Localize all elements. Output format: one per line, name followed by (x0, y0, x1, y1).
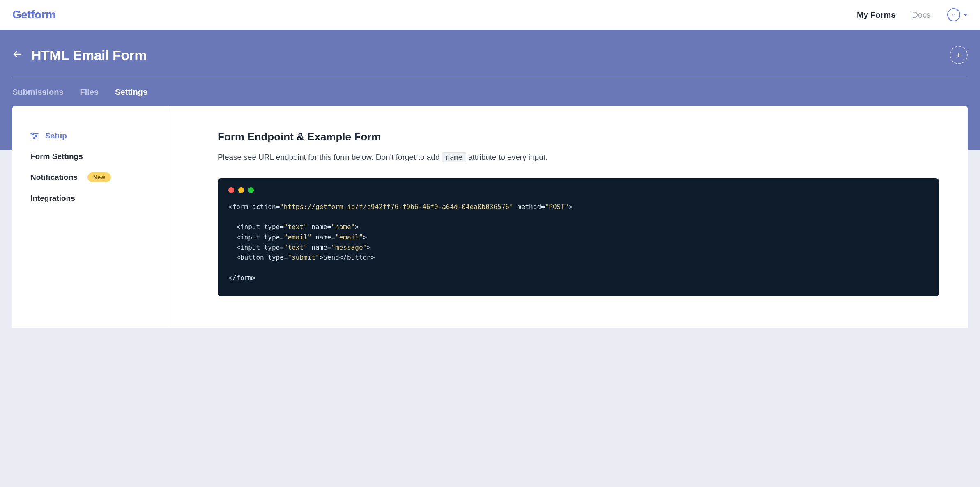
top-nav: My Forms Docs (857, 8, 968, 21)
inline-code-name: name (442, 152, 466, 162)
sidebar-item-integrations[interactable]: Integrations (30, 188, 150, 209)
brand-logo[interactable]: Getform (12, 8, 55, 21)
code-snippet: <form action="https://getform.io/f/c942f… (228, 202, 928, 283)
sliders-icon (30, 132, 39, 140)
minimize-dot-icon (238, 187, 244, 193)
nav-my-forms[interactable]: My Forms (857, 10, 895, 20)
tabs: Submissions Files Settings (12, 78, 968, 106)
maximize-dot-icon (248, 187, 254, 193)
new-badge: New (87, 172, 111, 182)
sidebar-item-setup[interactable]: Setup (30, 126, 150, 146)
code-example-box: <form action="https://getform.io/f/c942f… (218, 178, 939, 296)
svg-point-1 (955, 14, 955, 14)
top-bar: Getform My Forms Docs (0, 0, 980, 30)
settings-sidebar: Setup Form Settings Notifications New In… (12, 106, 168, 328)
tab-submissions[interactable]: Submissions (12, 87, 63, 97)
sidebar-item-label: Integrations (30, 194, 75, 203)
tab-settings[interactable]: Settings (115, 87, 147, 97)
user-menu[interactable] (947, 8, 968, 21)
svg-point-0 (952, 14, 953, 14)
nav-docs[interactable]: Docs (912, 10, 931, 20)
sidebar-item-label: Setup (45, 131, 67, 140)
smiley-avatar-icon (947, 8, 960, 21)
tab-files[interactable]: Files (80, 87, 99, 97)
plus-icon: + (956, 49, 962, 61)
page-title: HTML Email Form (31, 47, 147, 63)
window-controls (228, 187, 928, 193)
sidebar-item-label: Form Settings (30, 152, 83, 161)
sidebar-item-form-settings[interactable]: Form Settings (30, 146, 150, 167)
settings-main: Form Endpoint & Example Form Please see … (168, 106, 968, 328)
section-heading: Form Endpoint & Example Form (218, 131, 939, 143)
sidebar-item-label: Notifications (30, 173, 78, 182)
svg-point-8 (33, 137, 35, 139)
desc-text-before: Please see URL endpoint for this form be… (218, 153, 442, 161)
add-button[interactable]: + (950, 46, 968, 64)
chevron-down-icon (964, 14, 968, 16)
sidebar-item-notifications[interactable]: Notifications New (30, 167, 150, 188)
close-dot-icon (228, 187, 234, 193)
settings-panel: Setup Form Settings Notifications New In… (12, 106, 968, 328)
section-description: Please see URL endpoint for this form be… (218, 152, 939, 163)
svg-point-6 (35, 135, 37, 137)
desc-text-after: attribute to every input. (466, 153, 548, 161)
back-arrow-icon[interactable] (12, 49, 22, 61)
svg-point-4 (32, 133, 34, 135)
